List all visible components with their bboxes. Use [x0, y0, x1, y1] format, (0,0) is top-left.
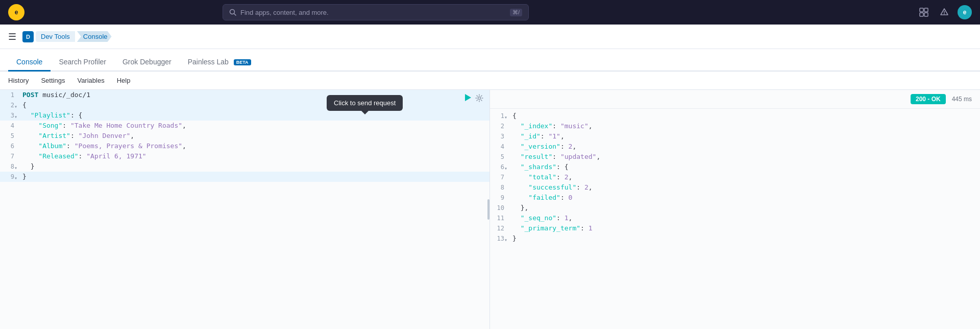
resp-line-7: 7 "total": 2, — [490, 172, 980, 182]
code-line-1: 1 POST music/_doc/1 — [0, 90, 489, 100]
code-line-9: 9▾ } — [0, 172, 489, 182]
resp-line-1: 1▾ { — [490, 111, 980, 121]
tooltip-container: Click to send request — [327, 95, 403, 114]
submenu-help[interactable]: Help — [117, 77, 131, 84]
tab-painless-lab[interactable]: Painless Lab BETA — [180, 54, 259, 72]
svg-rect-6 — [920, 13, 923, 16]
nav-right-icons: e — [917, 5, 972, 19]
code-line-2: 2▾ { — [0, 100, 489, 110]
svg-marker-10 — [465, 94, 471, 101]
left-editor-pane[interactable]: 1 POST music/_doc/1 2▾ { 3▾ "Playlist": … — [0, 90, 490, 329]
elastic-logo-icon: e — [8, 4, 24, 20]
submenu-settings[interactable]: Settings — [41, 77, 65, 84]
breadcrumb: D Dev Tools Console — [22, 31, 112, 42]
drag-handle[interactable] — [487, 199, 489, 220]
second-navigation: ☰ D Dev Tools Console — [0, 25, 980, 49]
svg-rect-4 — [920, 8, 923, 12]
breadcrumb-letter: D — [22, 31, 34, 42]
sub-menu: History Settings Variables Help — [0, 72, 980, 90]
response-header: 200 - OK 445 ms — [490, 90, 980, 109]
beta-badge: BETA — [234, 59, 251, 65]
editor-container: 1 POST music/_doc/1 2▾ { 3▾ "Playlist": … — [0, 90, 980, 329]
svg-point-9 — [944, 14, 945, 14]
hamburger-menu[interactable]: ☰ — [8, 31, 16, 42]
code-line-8: 8▾ } — [0, 161, 489, 172]
tab-console[interactable]: Console — [8, 54, 51, 72]
search-icon — [229, 9, 236, 16]
grid-icon[interactable] — [917, 5, 931, 19]
resp-line-8: 8 "successful": 2, — [490, 182, 980, 193]
submenu-history[interactable]: History — [8, 77, 29, 84]
status-badge: 200 - OK — [911, 94, 946, 104]
breadcrumb-console: Console — [77, 31, 112, 42]
code-line-3: 3▾ "Playlist": { — [0, 110, 489, 121]
send-request-button[interactable] — [463, 93, 472, 105]
code-editor[interactable]: 1 POST music/_doc/1 2▾ { 3▾ "Playlist": … — [0, 90, 489, 329]
code-line-6: 6 "Album": "Poems, Prayers & Promises", — [0, 141, 489, 151]
settings-button[interactable] — [475, 94, 483, 104]
tab-search-profiler[interactable]: Search Profiler — [51, 54, 114, 72]
right-response-pane: 200 - OK 445 ms 1▾ { 2 "_index": "music"… — [490, 90, 980, 329]
resp-line-5: 5 "result": "updated", — [490, 152, 980, 162]
time-badge: 445 ms — [952, 96, 972, 103]
tab-grok-debugger[interactable]: Grok Debugger — [114, 54, 180, 72]
resp-line-10: 10 }, — [490, 203, 980, 213]
resp-line-6: 6▾ "_shards": { — [490, 162, 980, 172]
resp-line-9: 9 "failed": 0 — [490, 193, 980, 203]
svg-rect-7 — [924, 13, 928, 16]
response-code: 1▾ { 2 "_index": "music", 3 "_id": "1", … — [490, 109, 980, 246]
resp-line-3: 3 "_id": "1", — [490, 131, 980, 142]
action-buttons — [463, 93, 483, 105]
submenu-variables[interactable]: Variables — [77, 77, 104, 84]
resp-line-4: 4 "_version": 2, — [490, 142, 980, 152]
tooltip-arrow — [361, 111, 369, 114]
keyboard-shortcut: ⌘/ — [510, 9, 522, 16]
top-navigation: e Find apps, content, and more. ⌘/ — [0, 0, 980, 25]
resp-line-13: 13▾ } — [490, 233, 980, 244]
resp-line-11: 11 "_seq_no": 1, — [490, 213, 980, 223]
code-line-5: 5 "Artist": "John Denver", — [0, 131, 489, 141]
tooltip-text: Click to send request — [327, 95, 403, 111]
svg-text:e: e — [15, 9, 18, 16]
resp-line-2: 2 "_index": "music", — [490, 121, 980, 131]
alert-icon[interactable] — [937, 5, 951, 19]
elastic-logo[interactable]: e — [8, 4, 24, 20]
svg-rect-5 — [924, 8, 928, 12]
code-line-7: 7 "Released": "April 6, 1971" — [0, 151, 489, 161]
svg-line-3 — [234, 14, 236, 16]
resp-line-12: 12 "_primary_term": 1 — [490, 223, 980, 233]
global-search-bar[interactable]: Find apps, content, and more. ⌘/ — [223, 4, 529, 20]
svg-point-11 — [478, 97, 481, 100]
tabs-bar: Console Search Profiler Grok Debugger Pa… — [0, 49, 980, 72]
code-line-4: 4 "Song": "Take Me Home Country Roads", — [0, 121, 489, 131]
user-avatar[interactable]: e — [958, 5, 972, 19]
breadcrumb-devtools[interactable]: Dev Tools — [36, 31, 75, 42]
search-placeholder: Find apps, content, and more. — [240, 9, 329, 16]
